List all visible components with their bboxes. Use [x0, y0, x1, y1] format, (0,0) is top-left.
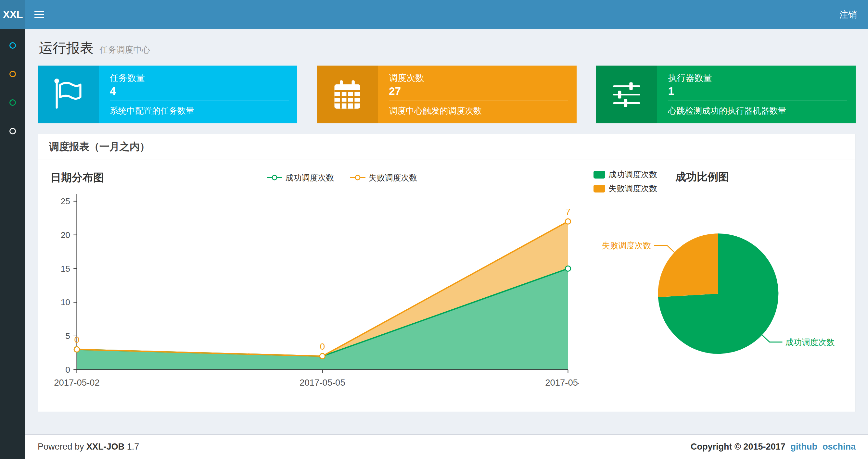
info-box-title: 调度次数: [389, 72, 568, 84]
info-box-description: 心跳检测成功的执行器机器数量: [668, 105, 847, 117]
sidebar-item-aqua[interactable]: [0, 31, 25, 60]
main-content: 运行报表 任务调度中心 任务数量: [25, 29, 868, 434]
circle-outline-icon: [9, 42, 16, 49]
sidebar-menu: [0, 31, 25, 145]
pie-legend-item[interactable]: 成功调度次数: [593, 169, 657, 180]
legend-line-marker-icon: [349, 174, 366, 181]
sliders-icon: [610, 77, 644, 111]
svg-text:0: 0: [74, 334, 79, 345]
svg-text:7: 7: [565, 206, 571, 217]
calendar-icon: [330, 77, 364, 111]
app-logo[interactable]: XXL: [0, 0, 25, 29]
line-chart-header: 日期分布图 成功调度次数失败调度次数: [50, 169, 579, 186]
copyright-text: Copyright © 2015-2017: [691, 442, 785, 452]
powered-by: Powered by XXL-JOB 1.7: [38, 442, 139, 452]
legend-item[interactable]: 成功调度次数: [266, 172, 334, 183]
app-root: XXL 注销 运行报表 任务调度中心: [0, 0, 868, 459]
sidebar-toggle-button[interactable]: [25, 0, 53, 29]
svg-text:成功调度次数: 成功调度次数: [785, 337, 835, 347]
info-box-content: 执行器数量 1 心跳检测成功的执行器机器数量: [657, 66, 856, 123]
svg-text:2017-05-08: 2017-05-08: [545, 378, 579, 388]
legend-label: 成功调度次数: [609, 169, 657, 180]
main-wrapper: 运行报表 任务调度中心 任务数量: [0, 29, 868, 459]
info-box-title: 任务数量: [110, 72, 289, 84]
copyright-area: Copyright © 2015-2017 github oschina: [691, 442, 856, 452]
info-box-job-count: 任务数量 4 系统中配置的任务数量: [38, 66, 297, 123]
info-box-value: 1: [668, 85, 847, 97]
sidebar-item-white[interactable]: [0, 117, 25, 145]
date-distribution-section: 日期分布图 成功调度次数失败调度次数 05101520252017-05-022…: [50, 169, 579, 399]
circle-outline-icon: [9, 99, 16, 106]
info-box-value: 4: [110, 85, 289, 97]
footer: Powered by XXL-JOB 1.7 Copyright © 2015-…: [25, 434, 868, 459]
svg-text:5: 5: [65, 331, 70, 341]
info-box-content: 任务数量 4 系统中配置的任务数量: [99, 66, 297, 123]
pie-chart-header: 成功调度次数失败调度次数 成功比例图: [593, 169, 843, 194]
panel-title: 调度报表（一月之内）: [38, 134, 855, 159]
divider: [389, 101, 568, 101]
pie-chart-title: 成功比例图: [675, 170, 729, 185]
svg-text:10: 10: [61, 297, 70, 307]
info-box-description: 系统中配置的任务数量: [110, 105, 289, 117]
app-version: 1.7: [127, 442, 140, 452]
oschina-link[interactable]: oschina: [823, 442, 856, 452]
powered-by-prefix: Powered by: [38, 442, 84, 452]
info-box-value: 27: [389, 85, 568, 97]
svg-text:15: 15: [61, 264, 70, 274]
pie-chart: 成功调度次数失败调度次数: [593, 196, 843, 385]
legend-label: 失败调度次数: [609, 183, 657, 194]
info-box-description: 调度中心触发的调度次数: [389, 105, 568, 117]
line-chart-legend: 成功调度次数失败调度次数: [104, 172, 579, 183]
sidebar-item-yellow[interactable]: [0, 60, 25, 88]
page-title: 运行报表: [39, 40, 94, 56]
line-chart: 05101520252017-05-022017-05-052017-05-08…: [50, 186, 579, 399]
info-box-title: 执行器数量: [668, 72, 847, 84]
summary-cards: 任务数量 4 系统中配置的任务数量: [38, 66, 856, 123]
panel-body: 日期分布图 成功调度次数失败调度次数 05101520252017-05-022…: [38, 159, 855, 412]
top-navbar: XXL 注销: [0, 0, 868, 29]
circle-outline-icon: [9, 128, 16, 134]
page-subtitle: 任务调度中心: [99, 45, 150, 55]
svg-text:失败调度次数: 失败调度次数: [602, 241, 651, 250]
divider: [668, 101, 847, 101]
content-column: 运行报表 任务调度中心 任务数量: [25, 29, 868, 459]
info-box-icon-area: [38, 66, 99, 123]
line-chart-title: 日期分布图: [50, 170, 104, 185]
svg-text:2017-05-05: 2017-05-05: [300, 378, 345, 388]
logout-link[interactable]: 注销: [828, 0, 868, 29]
svg-text:20: 20: [61, 230, 70, 240]
hamburger-icon: [34, 9, 44, 20]
success-ratio-section: 成功调度次数失败调度次数 成功比例图 成功调度次数失败调度次数: [579, 169, 843, 399]
flag-icon: [51, 77, 85, 111]
github-link[interactable]: github: [791, 442, 817, 452]
svg-text:25: 25: [61, 196, 70, 206]
legend-label: 失败调度次数: [369, 172, 417, 183]
legend-label: 成功调度次数: [285, 172, 334, 183]
info-box-icon-area: [317, 66, 378, 123]
legend-item[interactable]: 失败调度次数: [349, 172, 417, 183]
legend-swatch-icon: [593, 185, 605, 193]
svg-text:0: 0: [65, 365, 70, 374]
info-box-icon-area: [596, 66, 657, 123]
report-panel: 调度报表（一月之内） 日期分布图 成功调度次数失败调度次数 0510152025…: [38, 134, 856, 412]
legend-swatch-icon: [593, 171, 605, 178]
svg-text:2017-05-02: 2017-05-02: [54, 378, 100, 388]
date-distribution-chart-svg: 05101520252017-05-022017-05-052017-05-08…: [50, 186, 579, 399]
circle-outline-icon: [9, 71, 16, 77]
success-ratio-pie-svg: 成功调度次数失败调度次数: [593, 196, 843, 385]
page-header: 运行报表 任务调度中心: [38, 29, 856, 66]
info-box-content: 调度次数 27 调度中心触发的调度次数: [378, 66, 576, 123]
info-box-executor-count: 执行器数量 1 心跳检测成功的执行器机器数量: [596, 66, 856, 123]
pie-chart-legend: 成功调度次数失败调度次数: [593, 169, 657, 194]
app-name: XXL-JOB: [86, 442, 124, 452]
divider: [110, 101, 289, 101]
legend-line-marker-icon: [266, 174, 283, 181]
info-box-trigger-count: 调度次数 27 调度中心触发的调度次数: [317, 66, 576, 123]
svg-text:0: 0: [320, 341, 325, 352]
sidebar: [0, 29, 25, 459]
pie-legend-item[interactable]: 失败调度次数: [593, 183, 657, 194]
sidebar-item-green[interactable]: [0, 88, 25, 117]
